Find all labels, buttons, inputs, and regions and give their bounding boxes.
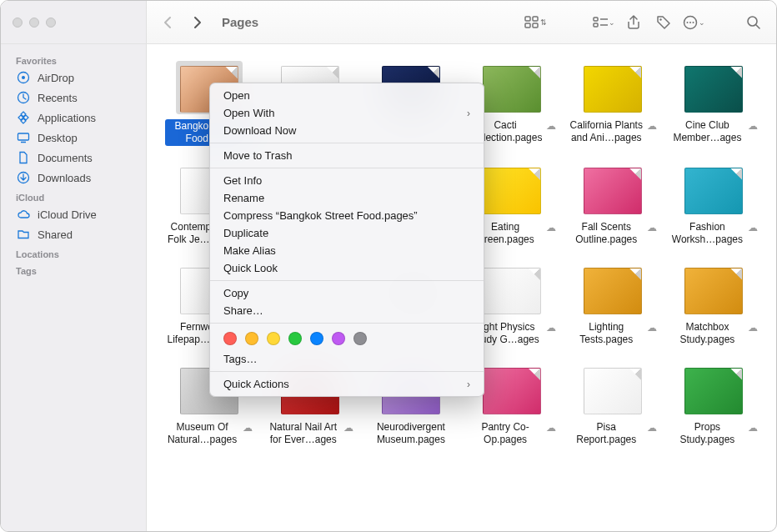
file-name: Matchbox Study.pages☁︎ bbox=[670, 321, 758, 346]
share-button[interactable] bbox=[621, 12, 646, 33]
menu-item-label: Rename bbox=[223, 192, 264, 204]
back-button[interactable] bbox=[157, 12, 180, 33]
sidebar-item-label: Applications bbox=[38, 112, 96, 124]
menu-item-open[interactable]: Open bbox=[210, 87, 484, 104]
cloud-download-icon: ☁︎ bbox=[343, 422, 353, 434]
toolbar: Pages ⇅ ⌄ ⌄ bbox=[147, 12, 776, 33]
sidebar-section-header: iCloud bbox=[1, 188, 146, 204]
file-item[interactable]: California Plants and Ani…pages☁︎ bbox=[568, 59, 659, 148]
file-thumbnail bbox=[680, 163, 747, 216]
svg-rect-0 bbox=[525, 17, 530, 21]
menu-item-quick-actions[interactable]: Quick Actions› bbox=[210, 375, 484, 393]
sidebar-section-header: Tags bbox=[1, 261, 146, 278]
menu-item-rename[interactable]: Rename bbox=[210, 189, 484, 207]
file-thumbnail bbox=[680, 363, 747, 416]
file-name: Pisa Report.pages☁︎ bbox=[569, 421, 657, 446]
file-item[interactable]: Pisa Report.pages☁︎ bbox=[568, 361, 659, 448]
tag-color-dot[interactable] bbox=[288, 332, 302, 345]
file-name: Natural Nail Art for Ever…ages☁︎ bbox=[266, 421, 353, 446]
tag-color-dot[interactable] bbox=[267, 332, 280, 345]
file-thumbnail bbox=[680, 61, 747, 114]
cloud-download-icon: ☁︎ bbox=[647, 322, 657, 334]
svg-line-14 bbox=[756, 25, 759, 28]
menu-item-get-info[interactable]: Get Info bbox=[210, 172, 484, 189]
menu-item-share[interactable]: Share… bbox=[210, 302, 484, 319]
sidebar-item-recents[interactable]: Recents bbox=[4, 88, 143, 108]
forward-button[interactable] bbox=[185, 12, 208, 33]
chevron-updown-icon: ⇅ bbox=[540, 18, 547, 27]
cloud-download-icon: ☁︎ bbox=[546, 120, 556, 133]
sidebar-item-documents[interactable]: Documents bbox=[4, 148, 143, 168]
svg-rect-3 bbox=[533, 23, 538, 28]
tag-color-dot[interactable] bbox=[245, 332, 258, 345]
file-name: Museum Of Natural…pages☁︎ bbox=[165, 421, 253, 446]
zoom-window-button[interactable] bbox=[46, 18, 56, 28]
menu-item-label: Copy bbox=[223, 287, 248, 299]
svg-rect-1 bbox=[533, 17, 538, 21]
file-item[interactable]: Lighting Tests.pages☁︎ bbox=[568, 261, 659, 348]
menu-item-download-now[interactable]: Download Now bbox=[210, 122, 484, 139]
finder-window: Pages ⇅ ⌄ ⌄ bbox=[0, 0, 777, 532]
chevron-right-icon: › bbox=[467, 379, 470, 390]
menu-item-compress-bangkok-street-food-pages[interactable]: Compress “Bangkok Street Food.pages” bbox=[210, 207, 484, 224]
menu-item-tags[interactable]: Tags… bbox=[210, 350, 484, 368]
menu-item-move-to-trash[interactable]: Move to Trash bbox=[210, 147, 484, 164]
menu-item-open-with[interactable]: Open With› bbox=[210, 104, 484, 122]
tag-color-dot[interactable] bbox=[332, 332, 345, 345]
cloud-download-icon: ☁︎ bbox=[546, 422, 556, 434]
menu-item-make-alias[interactable]: Make Alias bbox=[210, 242, 484, 259]
file-item[interactable]: Fashion Worksh…pages☁︎ bbox=[669, 161, 759, 248]
menu-item-label: Move to Trash bbox=[223, 149, 292, 162]
minimize-window-button[interactable] bbox=[29, 18, 39, 28]
sidebar-item-label: Desktop bbox=[38, 132, 78, 144]
file-name: California Plants and Ani…pages☁︎ bbox=[569, 119, 657, 144]
desktop-icon bbox=[16, 130, 31, 145]
sidebar-item-downloads[interactable]: Downloads bbox=[4, 168, 143, 188]
sidebar-item-airdrop[interactable]: AirDrop bbox=[4, 68, 143, 88]
more-button[interactable]: ⌄ bbox=[681, 12, 706, 33]
tags-button[interactable] bbox=[651, 12, 676, 33]
svg-point-11 bbox=[689, 22, 691, 23]
sidebar-item-applications[interactable]: Applications bbox=[4, 108, 143, 128]
menu-item-duplicate[interactable]: Duplicate bbox=[210, 224, 484, 242]
file-item[interactable]: Matchbox Study.pages☁︎ bbox=[669, 261, 759, 348]
sidebar-item-icloud-drive[interactable]: iCloud Drive bbox=[4, 204, 143, 224]
sidebar-item-desktop[interactable]: Desktop bbox=[4, 128, 143, 148]
menu-item-label: Open bbox=[223, 89, 250, 102]
menu-item-label: Open With bbox=[223, 107, 274, 119]
tag-color-dot[interactable] bbox=[353, 332, 367, 345]
file-thumbnail bbox=[579, 363, 646, 416]
svg-rect-4 bbox=[594, 18, 598, 21]
file-name: Lighting Tests.pages☁︎ bbox=[569, 321, 657, 346]
menu-item-quick-look[interactable]: Quick Look bbox=[210, 259, 484, 277]
clock-icon bbox=[16, 90, 31, 105]
cloud-download-icon: ☁︎ bbox=[546, 322, 556, 334]
tag-color-dot[interactable] bbox=[310, 332, 323, 345]
window-controls bbox=[1, 1, 147, 43]
menu-separator bbox=[210, 371, 484, 372]
sidebar: FavoritesAirDropRecentsApplicationsDeskt… bbox=[1, 44, 147, 531]
file-item[interactable]: Props Study.pages☁︎ bbox=[669, 361, 759, 448]
file-name: Props Study.pages☁︎ bbox=[670, 421, 758, 446]
doc-icon bbox=[16, 150, 31, 165]
cloud-download-icon: ☁︎ bbox=[546, 222, 556, 234]
menu-separator bbox=[210, 143, 484, 143]
sidebar-section-header: Favorites bbox=[1, 51, 146, 68]
file-item[interactable]: Fall Scents Outline.pages☁︎ bbox=[568, 161, 659, 248]
sidebar-section-header: Locations bbox=[1, 244, 146, 261]
tag-color-dot[interactable] bbox=[223, 332, 237, 345]
file-thumbnail bbox=[579, 263, 646, 316]
group-button[interactable]: ⌄ bbox=[591, 12, 616, 33]
view-mode-button[interactable]: ⇅ bbox=[523, 12, 548, 33]
svg-point-8 bbox=[659, 18, 661, 20]
file-name: Cine Club Member…ages☁︎ bbox=[670, 119, 758, 144]
file-item[interactable]: Cine Club Member…ages☁︎ bbox=[669, 59, 759, 148]
search-button[interactable] bbox=[741, 12, 766, 33]
menu-item-copy[interactable]: Copy bbox=[210, 284, 484, 302]
close-window-button[interactable] bbox=[13, 18, 23, 28]
menu-item-label: Quick Actions bbox=[223, 378, 289, 390]
menu-item-label: Quick Look bbox=[223, 262, 278, 274]
sidebar-item-shared[interactable]: Shared bbox=[4, 224, 143, 244]
svg-point-10 bbox=[686, 22, 688, 23]
svg-rect-2 bbox=[525, 23, 530, 28]
